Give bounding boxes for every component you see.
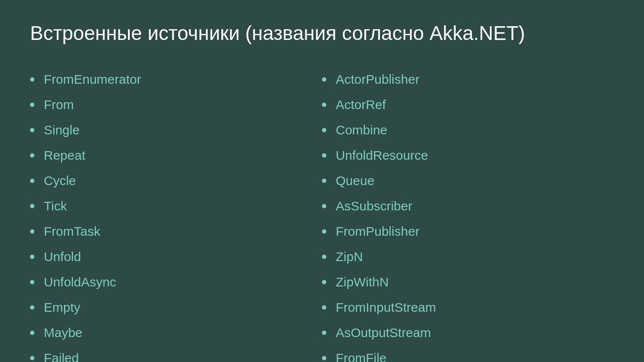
item-text: Combine [336, 122, 387, 138]
list-item: Single [30, 117, 322, 143]
bullet-icon [30, 128, 34, 132]
list-item: Queue [322, 168, 614, 193]
item-text: Empty [44, 299, 80, 316]
item-text: Failed [44, 350, 79, 362]
bullet-icon [30, 280, 34, 284]
item-text: Unfold [44, 248, 81, 265]
item-text: Repeat [44, 147, 85, 164]
item-text: FromFile [336, 350, 386, 362]
item-text: FromPublisher [336, 223, 419, 240]
content-area: FromEnumeratorFromSingleRepeatCycleTickF… [30, 67, 614, 362]
item-text: Tick [44, 198, 67, 214]
item-text: FromTask [44, 223, 100, 240]
bullet-icon [30, 204, 34, 208]
list-item: Cycle [30, 168, 322, 193]
list-item: FromInputStream [322, 295, 614, 320]
bullet-icon [30, 77, 34, 82]
bullet-icon [322, 356, 326, 360]
bullet-icon [30, 103, 34, 107]
list-item: From [30, 92, 322, 117]
bullet-icon [322, 255, 326, 259]
item-text: ActorPublisher [336, 71, 419, 88]
item-text: ActorRef [336, 96, 386, 113]
bullet-icon [322, 280, 326, 284]
item-text: AsSubscriber [336, 198, 412, 214]
list-item: Failed [30, 345, 322, 362]
item-text: ZipWithN [336, 274, 389, 290]
item-text: AsOutputStream [336, 324, 431, 341]
bullet-icon [30, 331, 34, 335]
list-item: Combine [322, 117, 614, 143]
list-item: AsOutputStream [322, 320, 614, 345]
bullet-icon [322, 331, 326, 335]
item-text: UnfoldAsync [44, 274, 116, 290]
bullet-icon [30, 255, 34, 259]
list-item: Repeat [30, 143, 322, 168]
bullet-icon [30, 305, 34, 310]
item-text: UnfoldResource [336, 147, 428, 164]
item-text: Queue [336, 172, 374, 189]
list-item: AsSubscriber [322, 193, 614, 219]
bullet-icon [30, 179, 34, 183]
bullet-icon [322, 77, 326, 82]
list-item: Maybe [30, 320, 322, 345]
bullet-icon [30, 153, 34, 158]
list-item: FromPublisher [322, 219, 614, 244]
list-item: ActorRef [322, 92, 614, 117]
bullet-icon [322, 153, 326, 158]
item-text: Cycle [44, 172, 76, 189]
bullet-icon [322, 128, 326, 132]
list-item: ZipWithN [322, 269, 614, 295]
item-text: From [44, 96, 74, 113]
list-item: FromEnumerator [30, 67, 322, 92]
item-text: ZipN [336, 248, 363, 265]
list-item: FromTask [30, 219, 322, 244]
right-column: ActorPublisherActorRefCombineUnfoldResou… [322, 67, 614, 362]
list-item: FromFile [322, 345, 614, 362]
bullet-icon [322, 204, 326, 208]
list-item: Unfold [30, 244, 322, 269]
list-item: UnfoldAsync [30, 269, 322, 295]
item-text: Single [44, 122, 79, 138]
bullet-icon [322, 229, 326, 234]
list-item: ZipN [322, 244, 614, 269]
slide: Встроенные источники (названия согласно … [0, 0, 644, 362]
list-item: UnfoldResource [322, 143, 614, 168]
slide-title: Встроенные источники (названия согласно … [30, 21, 614, 45]
bullet-icon [30, 229, 34, 234]
left-column: FromEnumeratorFromSingleRepeatCycleTickF… [30, 67, 322, 362]
list-item: Empty [30, 295, 322, 320]
item-text: Maybe [44, 324, 82, 341]
bullet-icon [30, 356, 34, 360]
bullet-icon [322, 305, 326, 310]
item-text: FromEnumerator [44, 71, 141, 88]
list-item: Tick [30, 193, 322, 219]
list-item: ActorPublisher [322, 67, 614, 92]
bullet-icon [322, 179, 326, 183]
bullet-icon [322, 103, 326, 107]
item-text: FromInputStream [336, 299, 436, 316]
